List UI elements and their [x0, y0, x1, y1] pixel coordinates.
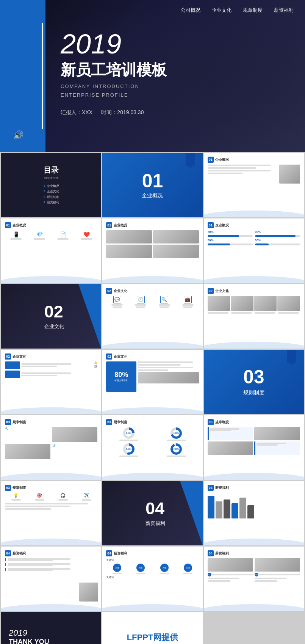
- sec-num: 02: [106, 353, 112, 360]
- sec-label: 规章制度: [114, 420, 127, 425]
- slide-thankyou[interactable]: 2019 THANK YOU COMPANY INTRODUCTION ENTE…: [1, 612, 101, 644]
- wave-decoration: [1, 604, 101, 611]
- hero-subtitle-en2: ENTERPRISE PROFILE: [61, 92, 167, 98]
- nav-item-4[interactable]: 薪资福利: [274, 7, 294, 14]
- slide-qywh-80pct[interactable]: 02 企业文化 80% 标题文字添加: [102, 350, 202, 414]
- sound-icon[interactable]: 🔊: [13, 130, 23, 140]
- wave-decoration: [102, 604, 202, 611]
- sec-num: 01: [208, 222, 214, 228]
- hero-reporter: 汇报人：XXX: [61, 109, 92, 115]
- sec-label: 企业文化: [114, 354, 127, 359]
- sec-label: 薪资福利: [13, 551, 26, 556]
- slide-guize-timeline[interactable]: 03 规章制度 💡 🎯 🎧 ✈️: [1, 481, 101, 545]
- thankyou-year: 2019: [9, 628, 27, 638]
- slide-03-cover[interactable]: 03 规则制度: [204, 350, 304, 414]
- sec-label: 规章制度: [13, 485, 26, 490]
- slide-02-cover[interactable]: 02 企业文化: [1, 284, 101, 349]
- thankyou-content: 2019 THANK YOU COMPANY INTRODUCTION ENTE…: [1, 612, 101, 644]
- wave-decoration: [204, 210, 304, 217]
- slides-grid: 目录 CONTENT 1. 企业概况 2. 企业文化 3. 规划制度 4. 薪资…: [0, 152, 305, 644]
- sec-label: 企业文化: [215, 289, 229, 294]
- slide-guize-grid[interactable]: 03 规章制度 🔧 📊: [1, 415, 101, 480]
- wave-decoration: [204, 604, 304, 611]
- hero-navigation: 公司概况 企业文化 规章制度 薪资福利: [181, 7, 294, 14]
- banner-label-01: 企业概况: [142, 192, 163, 199]
- mulu-title: 目录: [44, 165, 59, 175]
- sec-label: 企业概况: [215, 223, 229, 228]
- hero-title: 新员工培训模板: [61, 60, 167, 80]
- mulu-items: 1. 企业概况 2. 企业文化 3. 规划制度 4. 薪资福利: [44, 184, 59, 206]
- slide-guize-pie[interactable]: 03 规章制度 0.25% 0.70% 0.55%: [102, 415, 202, 480]
- sec-label: 企业文化: [114, 289, 127, 294]
- slide-qywh-4icons[interactable]: 02 企业文化 💬 🕐 🔍 💼: [102, 284, 202, 349]
- slide-qiye-percent[interactable]: 01 企业概况 70% 50% 90% 30%: [204, 218, 304, 283]
- banner-label-02: 企业文化: [44, 323, 64, 330]
- sec-num: 02: [106, 288, 112, 294]
- sec-num: 02: [208, 288, 214, 294]
- sec-num: 04: [106, 550, 112, 556]
- promo-suffix: 网提供: [153, 633, 178, 642]
- slide-qiye-icons[interactable]: 01 企业概况 📱 💎 📄 ❤️: [1, 218, 101, 283]
- sec-num: 03: [208, 419, 214, 425]
- sec-num: 04: [208, 550, 214, 556]
- slide-qiye-photo-grid[interactable]: 01 企业概况: [102, 218, 202, 283]
- sec-num: 03: [106, 419, 112, 425]
- nav-item-3[interactable]: 规章制度: [243, 7, 263, 14]
- nav-item-1[interactable]: 公司概况: [181, 7, 200, 14]
- slide-xinzi-cards[interactable]: 04 薪资福利 01 02: [204, 547, 304, 611]
- hero-decor-line: [42, 23, 43, 129]
- slide-guize-boxes[interactable]: 03 规章制度: [204, 415, 304, 480]
- hero-date: 时间：2019.03.30: [101, 109, 144, 115]
- slide-qiye-photo-right[interactable]: 01 企业概况: [204, 153, 304, 217]
- banner-num-03: 03: [243, 368, 264, 386]
- slide-promo: LFPPT网提供 www.LFPPT.com: [102, 612, 202, 644]
- hero-content: 2019 新员工培训模板 COMPANY INTRODUCTION ENTERP…: [61, 30, 167, 116]
- banner-num-04: 04: [145, 500, 164, 517]
- slide-xinzi-bar[interactable]: 04 薪资福利: [204, 481, 304, 545]
- sec-label: 企业文化: [13, 354, 26, 359]
- slide-xinzi-circles[interactable]: 04 薪资福利 关键词 关键 关键 关键 关键: [102, 547, 202, 611]
- sec-num: 03: [5, 419, 11, 425]
- hero-reporter-date: 汇报人：XXX 时间：2019.03.30: [61, 109, 167, 116]
- promo-main-text: LFPPT网提供: [127, 632, 178, 643]
- blue-drop-decoration: [287, 350, 296, 365]
- sec-label: 薪资福利: [114, 551, 127, 556]
- slide-qywh-list[interactable]: 02 企业文化: [1, 350, 101, 414]
- sec-label: 薪资福利: [215, 485, 229, 490]
- sec-label: 薪资福利: [215, 551, 229, 556]
- banner-num-02: 02: [44, 303, 63, 320]
- wave-decoration: [1, 407, 101, 414]
- sec-label: 企业概况: [215, 157, 229, 162]
- wave-decoration: [102, 276, 202, 283]
- wave-decoration: [102, 473, 202, 480]
- wave-decoration: [1, 473, 101, 480]
- blue-drop-decoration: [186, 153, 195, 168]
- hero-subtitle-en: COMPANY INTRODUCTION: [61, 83, 167, 89]
- mulu-en: CONTENT: [44, 176, 59, 180]
- slide-qywh-photos4[interactable]: 02 企业文化: [204, 284, 304, 349]
- wave-decoration: [204, 473, 304, 480]
- sec-label: 企业概况: [13, 223, 26, 228]
- sec-label: 规章制度: [215, 420, 229, 425]
- wave-decoration: [102, 342, 202, 349]
- sec-label: 企业概况: [114, 223, 127, 228]
- nav-item-2[interactable]: 企业文化: [212, 7, 231, 14]
- sec-num: 02: [5, 353, 11, 360]
- hero-slide: 公司概况 企业文化 规章制度 薪资福利 2019 新员工培训模板 COMPANY…: [0, 0, 305, 152]
- slide-mulu[interactable]: 目录 CONTENT 1. 企业概况 2. 企业文化 3. 规划制度 4. 薪资…: [1, 153, 101, 217]
- sec-num: 01: [5, 222, 11, 228]
- slide-xinzi-list[interactable]: 04 薪资福利: [1, 547, 101, 611]
- sec-num: 01: [106, 222, 112, 228]
- banner-label-04: 薪资福利: [145, 520, 165, 527]
- sec-num: 03: [5, 485, 11, 491]
- slide-01-cover[interactable]: 01 企业概况: [102, 153, 202, 217]
- wave-decoration: [204, 539, 304, 545]
- banner-label-03: 规则制度: [243, 390, 264, 396]
- hero-year: 2019: [61, 30, 167, 58]
- sec-num: 04: [208, 485, 214, 491]
- thankyou-text: THANK YOU: [9, 638, 49, 644]
- wave-decoration: [1, 276, 101, 283]
- promo-brand: LFPPT: [127, 633, 153, 642]
- slide-04-cover[interactable]: 04 薪资福利: [102, 481, 202, 545]
- sec-label: 规章制度: [13, 420, 26, 425]
